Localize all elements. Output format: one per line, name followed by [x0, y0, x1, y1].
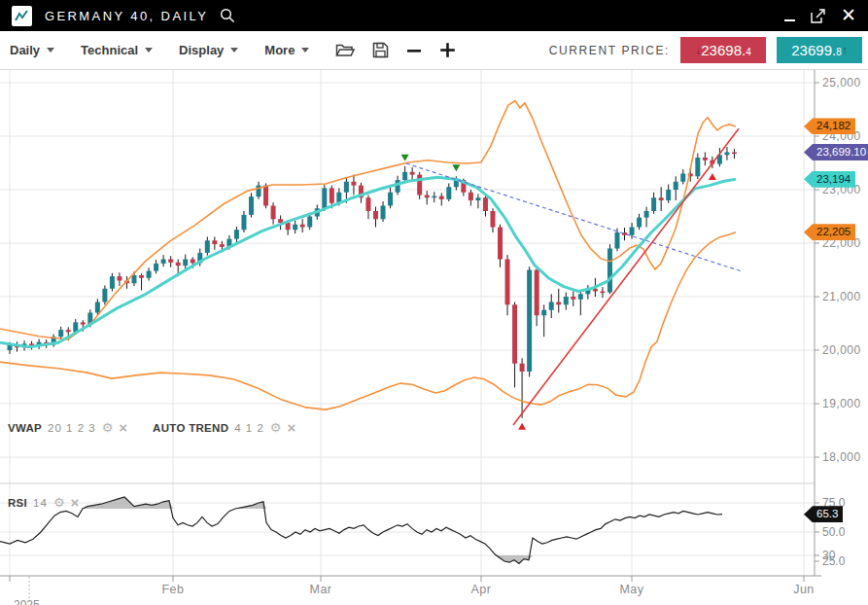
current-price-label: CURRENT PRICE:	[549, 44, 670, 57]
vwap-indicator-label: VWAP	[8, 422, 42, 434]
rsi-remove-icon[interactable]: ×	[71, 496, 80, 509]
app-logo-icon	[12, 6, 32, 26]
candle-body	[139, 275, 144, 278]
candle-body	[432, 196, 436, 198]
price-badge-0: 24,182	[804, 118, 855, 134]
candle-body	[154, 264, 158, 271]
candle-body	[132, 275, 137, 283]
candle-body	[498, 228, 503, 260]
zoom-out-icon[interactable]	[406, 43, 422, 58]
candle-body	[373, 211, 378, 219]
candle-body	[674, 182, 678, 190]
candle-body	[191, 260, 195, 264]
buy-price-value: 23699.	[791, 42, 836, 58]
price-tick-label: 20,000	[822, 343, 861, 357]
search-icon[interactable]	[220, 8, 235, 23]
buy-price-button[interactable]: 23699.8↑	[777, 37, 862, 63]
candle-body	[263, 186, 268, 206]
candle-body	[234, 230, 239, 238]
popout-icon[interactable]	[811, 9, 825, 23]
candle-body	[571, 297, 575, 300]
candle-body	[307, 217, 312, 228]
current-price-group: CURRENT PRICE: ↓23698.4 23699.8↑	[549, 37, 862, 63]
sell-signal-marker	[452, 164, 460, 171]
candle-body	[241, 215, 246, 230]
candle-body	[541, 310, 546, 316]
zoom-in-icon[interactable]	[439, 42, 456, 58]
candle-body	[724, 153, 729, 156]
title-bar: GERMANY 40, DAILY ✕	[0, 0, 868, 31]
candle-body	[293, 225, 297, 231]
candle-body	[512, 304, 517, 364]
candle-body	[556, 302, 561, 305]
auto-trend-settings-gear-icon[interactable]: ⚙	[270, 421, 282, 434]
save-chart-icon[interactable]	[372, 42, 389, 58]
candle-body	[446, 187, 451, 199]
candle-body	[81, 322, 86, 324]
candle-body	[425, 196, 430, 198]
candle-body	[608, 249, 612, 293]
candle-body	[535, 270, 539, 316]
candle-body	[95, 302, 100, 313]
candle-body	[600, 292, 605, 294]
candle-body	[286, 223, 291, 230]
candle-body	[365, 197, 370, 211]
menu-more[interactable]: More	[264, 43, 309, 57]
candle-body	[271, 206, 276, 220]
candle-body	[549, 302, 554, 310]
chevron-down-icon	[301, 48, 309, 53]
candle-body	[322, 188, 327, 208]
candle-body	[381, 206, 386, 220]
chart-window: GERMANY 40, DAILY ✕ Daily Technical Disp…	[0, 0, 868, 605]
menu-daily[interactable]: Daily	[10, 43, 54, 57]
candle-body	[66, 330, 71, 332]
rsi-tick-label: 50.0	[822, 525, 846, 539]
candle-body	[330, 188, 334, 202]
candle-body	[402, 172, 407, 180]
candle-body	[161, 260, 166, 264]
sell-signal-marker	[401, 155, 409, 161]
menu-technical[interactable]: Technical	[81, 43, 153, 57]
candle-body	[249, 196, 254, 215]
candle-body	[439, 196, 444, 199]
month-label: Jun	[793, 583, 815, 596]
candle-body	[637, 218, 642, 228]
chevron-down-icon	[230, 48, 238, 53]
candle-body	[117, 276, 122, 280]
close-icon[interactable]: ✕	[841, 9, 856, 22]
price-tick-label: 21,000	[822, 290, 861, 303]
price-badge-3: 22,205	[804, 224, 855, 240]
vwap-remove-icon[interactable]: ×	[119, 421, 127, 434]
sell-price-button[interactable]: ↓23698.4	[680, 37, 766, 63]
candle-body	[58, 330, 63, 337]
candle-body	[176, 263, 181, 266]
lower-band-line	[0, 232, 736, 409]
chart-canvas[interactable]: FebMarAprMayJun202525,00024,00023,00022,…	[0, 70, 868, 605]
rsi-indicator-row: RSI 14 ⚙ ×	[8, 496, 79, 509]
candle-body	[695, 158, 700, 176]
menu-display[interactable]: Display	[179, 43, 238, 57]
vwap-settings-gear-icon[interactable]: ⚙	[102, 421, 114, 434]
minimize-button[interactable]	[784, 11, 795, 21]
rsi-oversold-fill	[0, 555, 722, 563]
month-label: May	[619, 583, 643, 596]
candle-body	[212, 240, 217, 244]
candle-body	[490, 211, 495, 228]
price-tick-label: 18,000	[822, 450, 861, 464]
rsi-settings-gear-icon[interactable]: ⚙	[53, 496, 65, 509]
price-badge-2: 23,194	[804, 171, 855, 188]
candle-body	[527, 270, 532, 373]
candle-body	[630, 228, 635, 235]
candle-body	[520, 364, 525, 372]
open-chart-folder-icon[interactable]	[335, 43, 355, 58]
price-tick-label: 25,000	[822, 76, 861, 89]
candle-body	[410, 172, 415, 175]
candle-body	[614, 232, 619, 249]
month-label: Mar	[309, 583, 331, 596]
auto-trend-remove-icon[interactable]: ×	[288, 421, 296, 434]
buy-signal-marker	[709, 173, 716, 180]
candle-body	[110, 276, 115, 289]
overlay-indicator-row: VWAP 20 1 2 3 ⚙ × AUTO TREND 4 1 2 ⚙ ×	[8, 421, 295, 434]
candle-body	[388, 193, 393, 206]
candle-body	[483, 197, 488, 211]
